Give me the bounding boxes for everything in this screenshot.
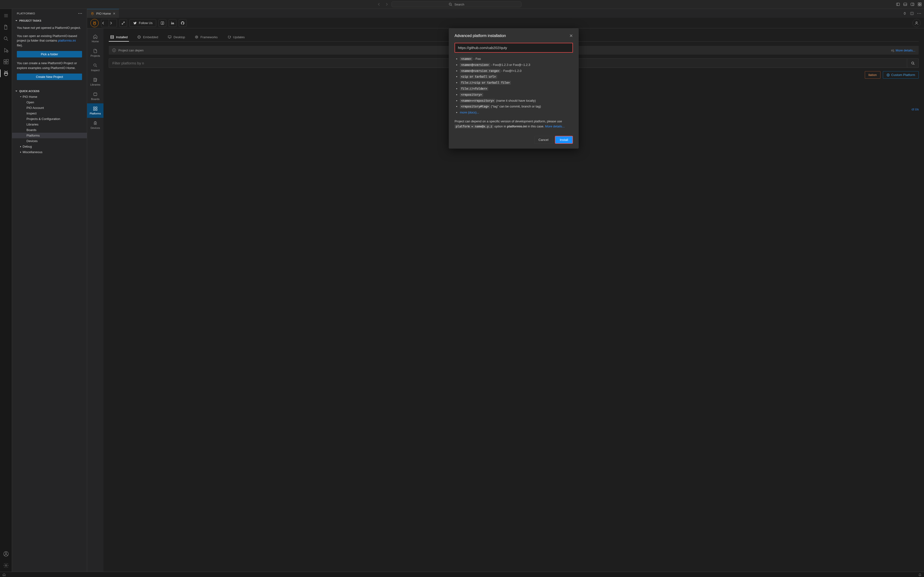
list-item: file://<zip or tarball file>: [460, 80, 573, 86]
advanced-install-modal: Advanced platform installation ✕ <name> …: [449, 28, 579, 148]
sidenav-libraries[interactable]: Libraries: [87, 74, 103, 89]
platformio-icon[interactable]: [3, 70, 10, 77]
pick-folder-button[interactable]: Pick a folder: [17, 51, 82, 58]
status-bar: [0, 572, 924, 577]
svg-rect-19: [6, 60, 8, 61]
tree-misc[interactable]: Miscellaneous: [12, 149, 87, 155]
sidenav-home[interactable]: Home: [87, 31, 103, 46]
section-quick-access[interactable]: QUICK ACCESS: [12, 88, 87, 94]
layout-sidebar-right-icon[interactable]: [911, 2, 914, 6]
svg-rect-57: [94, 78, 95, 81]
svg-rect-1: [897, 3, 900, 6]
svg-rect-66: [94, 107, 95, 108]
svg-rect-10: [920, 5, 921, 6]
tree-pio-account[interactable]: PIO Account: [12, 105, 87, 111]
tree-libraries[interactable]: Libraries: [12, 122, 87, 127]
svg-rect-18: [6, 62, 8, 64]
modal-close-icon[interactable]: ✕: [569, 33, 573, 39]
cancel-button[interactable]: Cancel: [535, 136, 553, 144]
tree-inspect[interactable]: Inspect: [12, 111, 87, 116]
search-placeholder: Search: [454, 3, 464, 6]
facebook-icon[interactable]: [158, 19, 166, 27]
sidenav-inspect[interactable]: Inspect: [87, 60, 103, 74]
svg-rect-7: [918, 3, 920, 4]
msg-no-project: You have not yet opened a PlatformIO pro…: [17, 26, 82, 30]
linkedin-icon[interactable]: [169, 19, 176, 27]
svg-rect-53: [171, 23, 172, 24]
run-debug-icon[interactable]: [3, 47, 10, 53]
svg-rect-70: [95, 123, 95, 124]
svg-point-48: [94, 23, 95, 23]
svg-rect-5: [911, 3, 914, 6]
pio-account-icon[interactable]: [913, 19, 921, 27]
nav-back-icon[interactable]: [377, 2, 381, 6]
notifications-bell-icon[interactable]: [918, 573, 922, 576]
svg-point-56: [94, 64, 96, 66]
tree-pio-home[interactable]: PIO Home: [12, 94, 87, 100]
sidenav-platforms[interactable]: Platforms: [87, 103, 103, 118]
svg-point-44: [918, 13, 918, 14]
svg-line-37: [93, 12, 93, 13]
list-item: <repository>: [460, 92, 573, 98]
tree-projects-config[interactable]: Projects & Configuration: [12, 116, 87, 122]
section-project-tasks[interactable]: PROJECT TASKS: [12, 18, 87, 24]
pio-top-bar: Follow Us: [87, 18, 924, 28]
panel-more-icon[interactable]: [78, 13, 82, 14]
sidenav-projects[interactable]: Projects: [87, 46, 103, 60]
accounts-icon[interactable]: [3, 551, 10, 557]
platform-url-input[interactable]: [454, 43, 573, 53]
svg-point-54: [171, 22, 172, 22]
more-docs-link[interactable]: more (docs)...: [460, 111, 479, 114]
nav-forward-icon[interactable]: [385, 2, 389, 6]
hamburger-menu-icon[interactable]: [3, 12, 10, 19]
pio-expand-button[interactable]: [120, 19, 127, 27]
settings-gear-icon[interactable]: [3, 562, 10, 569]
list-item: <name>@<version range> - Foo@!=1.2.0: [460, 68, 573, 74]
panel-title: PLATFORMIO: [17, 12, 35, 15]
list-item: more (docs)...: [460, 110, 573, 116]
sidenav-boards[interactable]: Boards: [87, 89, 103, 103]
extensions-icon[interactable]: [3, 58, 10, 65]
command-center-search[interactable]: Search: [391, 2, 522, 7]
github-icon[interactable]: [179, 19, 186, 27]
more-actions-icon[interactable]: [917, 13, 921, 14]
list-item: <repository#tag> ("tag" can be commit, b…: [460, 104, 573, 110]
modal-title: Advanced platform installation: [454, 34, 506, 38]
more-details-link[interactable]: More details...: [545, 124, 565, 128]
pio-home-status-icon[interactable]: [2, 573, 6, 576]
svg-point-26: [7, 71, 8, 71]
tree-debug[interactable]: Debug: [12, 144, 87, 149]
modal-overlay: Advanced platform installation ✕ <name> …: [103, 28, 924, 572]
layout-panel-icon[interactable]: [903, 2, 907, 6]
install-button[interactable]: Install: [555, 136, 573, 144]
plug-icon[interactable]: [903, 11, 907, 15]
tree-platforms[interactable]: Platforms: [12, 133, 87, 138]
tab-label: PIO Home: [96, 12, 111, 15]
tab-pio-home[interactable]: PIO Home ✕: [87, 9, 119, 18]
platformio-ini-link[interactable]: platformio.ini: [58, 39, 76, 42]
svg-line-36: [92, 12, 92, 13]
follow-us-button[interactable]: Follow Us: [129, 19, 156, 27]
activity-bar: [0, 9, 12, 572]
editor-tabs: PIO Home ✕: [87, 9, 924, 18]
svg-rect-38: [904, 13, 905, 14]
split-editor-icon[interactable]: [910, 11, 914, 15]
customize-layout-icon[interactable]: [918, 2, 922, 6]
tree-open[interactable]: Open: [12, 100, 87, 105]
sidenav-devices[interactable]: Devices: [87, 118, 103, 132]
layout-sidebar-left-icon[interactable]: [896, 2, 900, 6]
svg-point-14: [4, 37, 7, 40]
pio-forward-button[interactable]: [109, 19, 117, 27]
svg-point-33: [91, 13, 94, 15]
explorer-icon[interactable]: [3, 24, 10, 31]
tab-close-icon[interactable]: ✕: [113, 12, 115, 15]
tree-devices[interactable]: Devices: [12, 138, 87, 144]
search-icon[interactable]: [3, 35, 10, 42]
list-item: <name>=<repository> (name it should have…: [460, 98, 573, 104]
svg-rect-17: [4, 62, 6, 64]
tree-boards[interactable]: Boards: [12, 127, 87, 133]
create-project-button[interactable]: Create New Project: [17, 74, 82, 80]
pio-back-button[interactable]: [101, 19, 109, 27]
title-bar-actions: [896, 2, 922, 6]
svg-point-47: [94, 22, 96, 25]
